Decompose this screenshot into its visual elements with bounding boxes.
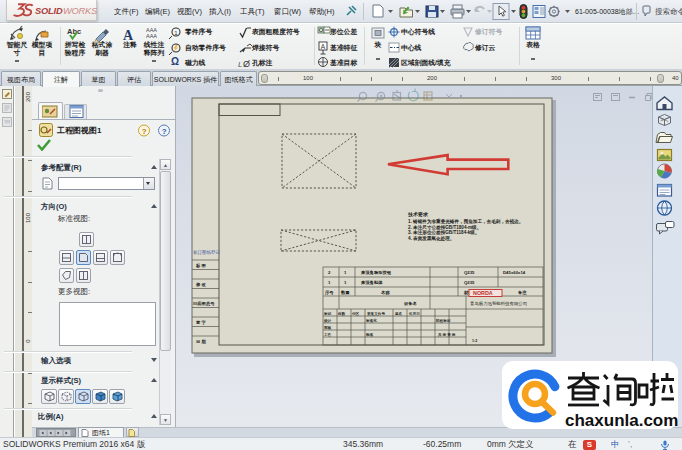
svg-text:批准: 批准: [365, 332, 374, 337]
svg-text:标记: 标记: [323, 311, 332, 316]
svg-text:标准化: 标准化: [365, 318, 377, 323]
svg-text:chaxunla.com: chaxunla.com: [565, 411, 678, 429]
svg-text:L: L: [238, 60, 242, 69]
svg-text:1: 1: [174, 30, 178, 36]
svg-text:数量: 数量: [340, 290, 350, 295]
svg-text:青岛极力迅智能科技有限公司: 青岛极力迅智能科技有限公司: [470, 301, 527, 306]
svg-text:Abc: Abc: [67, 27, 81, 36]
svg-text:审核: 审核: [324, 325, 332, 330]
svg-text:更改文件号: 更改文件号: [367, 311, 385, 316]
svg-text:A: A: [321, 43, 326, 50]
svg-text:1:2: 1:2: [472, 339, 477, 343]
svg-text:?: ?: [162, 127, 167, 136]
svg-text:Q235: Q235: [464, 270, 475, 275]
svg-text:修 改: 修 改: [195, 282, 206, 287]
svg-text:阶段标记: 阶段标记: [436, 318, 451, 323]
svg-text:Q235: Q235: [464, 280, 475, 285]
svg-text:设备名: 设备名: [403, 301, 417, 306]
svg-text:NORDA: NORDA: [473, 290, 493, 296]
svg-text:WORKS: WORKS: [63, 6, 98, 16]
svg-text:4. 表面发黑氧化处理。: 4. 表面发黑氧化处理。: [408, 235, 454, 242]
svg-text:技术要求: 技术要求: [407, 211, 429, 218]
svg-text:备注: 备注: [517, 290, 527, 295]
svg-text:分区: 分区: [351, 311, 360, 316]
svg-text:SOLID: SOLID: [35, 6, 63, 16]
svg-text:共 张 第 张: 共 张 第 张: [437, 332, 456, 337]
svg-text:?: ?: [142, 127, 147, 136]
svg-text:装订图纸登记: 装订图纸登记: [193, 249, 221, 255]
svg-text:AAA: AAA: [146, 33, 157, 39]
svg-text:D45x60x14: D45x60x14: [503, 270, 526, 275]
svg-text:设计: 设计: [323, 318, 332, 323]
svg-text:A: A: [123, 28, 134, 43]
svg-text:工艺: 工艺: [323, 332, 332, 337]
svg-text:处数: 处数: [337, 311, 346, 316]
svg-text:签名: 签名: [394, 311, 403, 316]
svg-text:年月日: 年月日: [408, 311, 420, 316]
svg-text:Ω: Ω: [171, 56, 179, 67]
svg-text:Ø: Ø: [243, 59, 250, 69]
